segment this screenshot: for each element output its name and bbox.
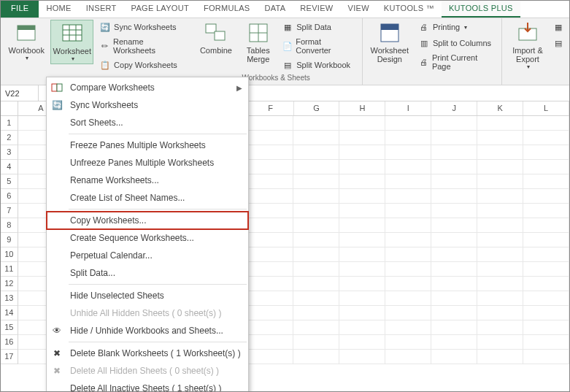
- cell[interactable]: [293, 174, 339, 189]
- cell[interactable]: [247, 350, 293, 364]
- cell[interactable]: [431, 262, 477, 277]
- rename-worksheets-button[interactable]: ✏Rename Worksheets: [96, 36, 186, 56]
- worksheet-button[interactable]: Worksheet ▾: [50, 20, 93, 64]
- cell[interactable]: [385, 189, 431, 204]
- row-header[interactable]: 14: [1, 306, 18, 320]
- cell[interactable]: [293, 131, 339, 145]
- tab-view[interactable]: VIEW: [341, 1, 377, 18]
- cell[interactable]: [477, 116, 523, 131]
- cell[interactable]: [431, 145, 477, 160]
- cell[interactable]: [247, 306, 293, 320]
- tab-home[interactable]: HOME: [39, 1, 78, 18]
- tab-page-layout[interactable]: PAGE LAYOUT: [124, 1, 196, 18]
- cell[interactable]: [523, 277, 569, 291]
- menu-create-list-sheet-names[interactable]: Create List of Sheet Names...: [47, 189, 248, 207]
- cell[interactable]: [293, 306, 339, 320]
- cell[interactable]: [385, 262, 431, 277]
- cell[interactable]: [523, 262, 569, 277]
- cell[interactable]: [523, 320, 569, 335]
- cell[interactable]: [523, 131, 569, 145]
- cell[interactable]: [385, 350, 431, 364]
- cell[interactable]: [431, 160, 477, 174]
- cell[interactable]: [431, 233, 477, 247]
- menu-create-sequence[interactable]: Create Sequence Worksheets...: [47, 229, 248, 247]
- tab-formulas[interactable]: FORMULAS: [196, 1, 258, 18]
- cell[interactable]: [293, 189, 339, 204]
- combine-button[interactable]: Combine: [195, 20, 237, 56]
- cell[interactable]: [247, 277, 293, 291]
- cell[interactable]: [293, 218, 339, 233]
- cell[interactable]: [339, 291, 385, 306]
- cell[interactable]: [431, 116, 477, 131]
- row-header[interactable]: 5: [1, 174, 18, 189]
- cell[interactable]: [293, 335, 339, 350]
- row-header[interactable]: 13: [1, 291, 18, 306]
- cell[interactable]: [247, 116, 293, 131]
- cell[interactable]: [477, 131, 523, 145]
- cell[interactable]: [477, 262, 523, 277]
- sync-worksheets-button[interactable]: 🔄Sync Worksheets: [96, 20, 186, 34]
- cell[interactable]: [339, 218, 385, 233]
- menu-sort-sheets[interactable]: Sort Sheets...: [47, 114, 248, 131]
- split-to-columns-button[interactable]: ▥Split to Columns: [415, 36, 497, 50]
- cell[interactable]: [293, 262, 339, 277]
- cell[interactable]: [293, 277, 339, 291]
- menu-delete-blank[interactable]: ✖Delete Blank Worksheets ( 1 Worksheet(s…: [47, 345, 248, 362]
- cell[interactable]: [247, 189, 293, 204]
- menu-delete-inactive[interactable]: Delete All Inactive Sheets ( 1 sheet(s) …: [47, 380, 248, 392]
- cell[interactable]: [431, 218, 477, 233]
- worksheet-design-button[interactable]: Worksheet Design: [367, 20, 412, 65]
- split-data-button[interactable]: ▦Split Data: [279, 20, 357, 34]
- menu-unfreeze-panes[interactable]: Unfreeze Panes Multiple Worksheets: [47, 154, 248, 172]
- cell[interactable]: [293, 350, 339, 364]
- cell[interactable]: [523, 306, 569, 320]
- cell[interactable]: [523, 247, 569, 262]
- cell[interactable]: [293, 320, 339, 335]
- tables-merge-button[interactable]: Tables Merge: [240, 20, 276, 65]
- row-header[interactable]: 3: [1, 145, 18, 160]
- cell[interactable]: [339, 204, 385, 218]
- cell[interactable]: [247, 262, 293, 277]
- cell[interactable]: [477, 174, 523, 189]
- cell[interactable]: [247, 247, 293, 262]
- cell[interactable]: [477, 204, 523, 218]
- cell[interactable]: [247, 204, 293, 218]
- cell[interactable]: [247, 218, 293, 233]
- cell[interactable]: [339, 335, 385, 350]
- menu-hide-unhide-workbooks[interactable]: 👁Hide / Unhide Workbooks and Sheets...: [47, 322, 248, 339]
- cell[interactable]: [477, 350, 523, 364]
- row-header[interactable]: 11: [1, 262, 18, 277]
- cell[interactable]: [293, 247, 339, 262]
- cell[interactable]: [293, 233, 339, 247]
- print-current-page-button[interactable]: 🖨Print Current Page: [415, 52, 497, 72]
- menu-sync-worksheets[interactable]: 🔄Sync Worksheets: [47, 96, 248, 114]
- row-header[interactable]: 2: [1, 131, 18, 145]
- cell[interactable]: [339, 320, 385, 335]
- cell[interactable]: [339, 116, 385, 131]
- cell[interactable]: [523, 335, 569, 350]
- menu-perpetual-calendar[interactable]: Perpetual Calendar...: [47, 247, 248, 264]
- column-header[interactable]: J: [431, 101, 477, 115]
- column-header[interactable]: I: [385, 101, 431, 115]
- cell[interactable]: [293, 204, 339, 218]
- row-header[interactable]: 16: [1, 335, 18, 350]
- cell[interactable]: [431, 306, 477, 320]
- cell[interactable]: [431, 189, 477, 204]
- cell[interactable]: [477, 233, 523, 247]
- cell[interactable]: [339, 247, 385, 262]
- cell[interactable]: [339, 131, 385, 145]
- row-header[interactable]: 9: [1, 233, 18, 247]
- cell[interactable]: [431, 335, 477, 350]
- cell[interactable]: [431, 131, 477, 145]
- cell[interactable]: [523, 218, 569, 233]
- workbook-button[interactable]: Workbook ▾: [5, 20, 47, 63]
- cell[interactable]: [339, 262, 385, 277]
- copy-worksheets-button[interactable]: 📋Copy Worksheets: [96, 58, 186, 72]
- cell[interactable]: [247, 291, 293, 306]
- tab-kutools[interactable]: KUTOOLS ™: [377, 1, 442, 18]
- cell[interactable]: [523, 204, 569, 218]
- cell[interactable]: [431, 247, 477, 262]
- cell[interactable]: [339, 174, 385, 189]
- cell[interactable]: [339, 160, 385, 174]
- cell[interactable]: [477, 189, 523, 204]
